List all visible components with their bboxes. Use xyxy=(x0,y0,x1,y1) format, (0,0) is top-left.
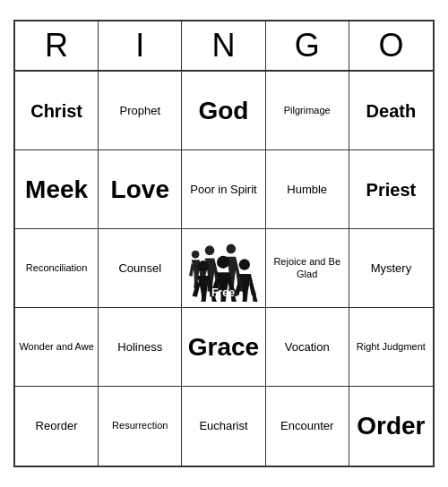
svg-point-3 xyxy=(198,261,209,271)
cell-8-text: Humble xyxy=(287,183,327,197)
cell-7[interactable]: Poor in Spirit xyxy=(182,150,265,229)
svg-point-0 xyxy=(192,251,200,259)
cell-24-text: Order xyxy=(357,411,425,441)
cell-3[interactable]: Pilgrimage xyxy=(266,72,349,150)
cell-12-free[interactable]: Free xyxy=(182,229,265,308)
cell-10-text: Reconciliation xyxy=(26,262,87,274)
cell-21-text: Resurrection xyxy=(112,420,168,431)
cell-22[interactable]: Eucharist xyxy=(182,387,265,466)
cell-15-text: Wonder and Awe xyxy=(19,341,93,353)
cell-23-text: Encounter xyxy=(280,419,333,433)
cell-13[interactable]: Rejoice and Be Glad xyxy=(266,229,349,308)
header-r: R xyxy=(15,21,99,70)
cell-14[interactable]: Mystery xyxy=(349,229,433,308)
cell-9[interactable]: Priest xyxy=(349,150,433,229)
cell-10[interactable]: Reconciliation xyxy=(15,229,99,308)
cell-6-text: Love xyxy=(111,175,169,205)
cell-17[interactable]: Grace xyxy=(182,308,265,387)
cell-8[interactable]: Humble xyxy=(266,150,349,229)
svg-text:Free: Free xyxy=(211,286,235,299)
cell-17-text: Grace xyxy=(188,332,259,363)
cell-22-text: Eucharist xyxy=(199,419,247,433)
free-space-icon: Free xyxy=(187,235,259,302)
cell-5[interactable]: Meek xyxy=(15,150,99,229)
cell-20-text: Reorder xyxy=(36,419,78,433)
cell-16[interactable]: Holiness xyxy=(99,308,182,387)
cell-1[interactable]: Prophet xyxy=(99,72,182,150)
cell-2[interactable]: God xyxy=(182,72,265,150)
cell-20[interactable]: Reorder xyxy=(15,387,99,466)
cell-11[interactable]: Counsel xyxy=(99,229,182,308)
cell-24[interactable]: Order xyxy=(349,387,433,466)
cell-21[interactable]: Resurrection xyxy=(99,387,182,466)
cell-1-text: Prophet xyxy=(120,104,161,118)
header-n: N xyxy=(182,21,265,70)
cell-0[interactable]: Christ xyxy=(15,72,99,150)
cell-4-text: Death xyxy=(366,100,417,122)
cell-2-text: God xyxy=(198,96,248,126)
cell-5-text: Meek xyxy=(25,175,88,205)
cell-15[interactable]: Wonder and Awe xyxy=(15,308,99,387)
svg-point-2 xyxy=(227,244,237,254)
svg-point-1 xyxy=(205,245,215,255)
cell-0-text: Christ xyxy=(30,100,82,122)
cell-13-text: Rejoice and Be Glad xyxy=(270,256,345,279)
header-o: O xyxy=(349,21,433,70)
cell-3-text: Pilgrimage xyxy=(284,105,331,116)
cell-18-text: Vocation xyxy=(285,340,330,355)
cell-14-text: Mystery xyxy=(371,261,412,276)
cell-23[interactable]: Encounter xyxy=(266,387,349,466)
cell-11-text: Counsel xyxy=(118,261,161,276)
bingo-grid: Christ Prophet God Pilgrimage Death Meek… xyxy=(15,72,433,466)
cell-4[interactable]: Death xyxy=(349,72,433,150)
cell-9-text: Priest xyxy=(366,179,417,201)
cell-19[interactable]: Right Judgment xyxy=(349,308,433,387)
cell-16-text: Holiness xyxy=(117,340,162,355)
cell-18[interactable]: Vocation xyxy=(266,308,349,387)
cell-7-text: Poor in Spirit xyxy=(190,183,256,197)
svg-point-5 xyxy=(239,259,250,269)
cell-19-text: Right Judgment xyxy=(357,341,426,353)
header-i: I xyxy=(99,21,182,70)
svg-point-4 xyxy=(217,256,229,269)
header-g: G xyxy=(266,21,349,70)
bingo-header: R I N G O xyxy=(15,21,433,72)
cell-6[interactable]: Love xyxy=(99,150,182,229)
bingo-card: R I N G O Christ Prophet God Pilgrimage … xyxy=(13,20,435,467)
